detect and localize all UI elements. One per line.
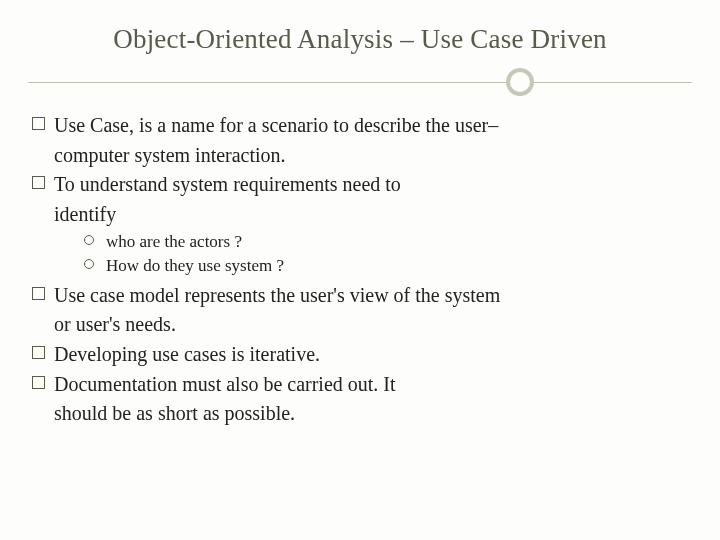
- slide-body: Use Case, is a name for a scenario to de…: [28, 113, 692, 427]
- bullet-continuation: computer system interaction.: [54, 143, 692, 169]
- sub-bullet-item: who are the actors ?: [84, 231, 692, 253]
- divider-line: [28, 82, 692, 83]
- bullet-item: Use case model represents the user's vie…: [32, 283, 692, 309]
- divider-ring-icon: [506, 68, 534, 96]
- slide: Object-Oriented Analysis – Use Case Driv…: [0, 0, 720, 540]
- bullet-item: Use Case, is a name for a scenario to de…: [32, 113, 692, 139]
- title-divider: [28, 65, 692, 99]
- sub-bullet-list: who are the actors ? How do they use sys…: [84, 231, 692, 277]
- bullet-item: Documentation must also be carried out. …: [32, 372, 692, 398]
- slide-title: Object-Oriented Analysis – Use Case Driv…: [28, 24, 692, 55]
- bullet-item: Developing use cases is iterative.: [32, 342, 692, 368]
- bullet-item: To understand system requirements need t…: [32, 172, 692, 198]
- bullet-continuation: should be as short as possible.: [54, 401, 692, 427]
- bullet-continuation: or user's needs.: [54, 312, 692, 338]
- sub-bullet-item: How do they use system ?: [84, 255, 692, 277]
- bullet-continuation: identify: [54, 202, 692, 228]
